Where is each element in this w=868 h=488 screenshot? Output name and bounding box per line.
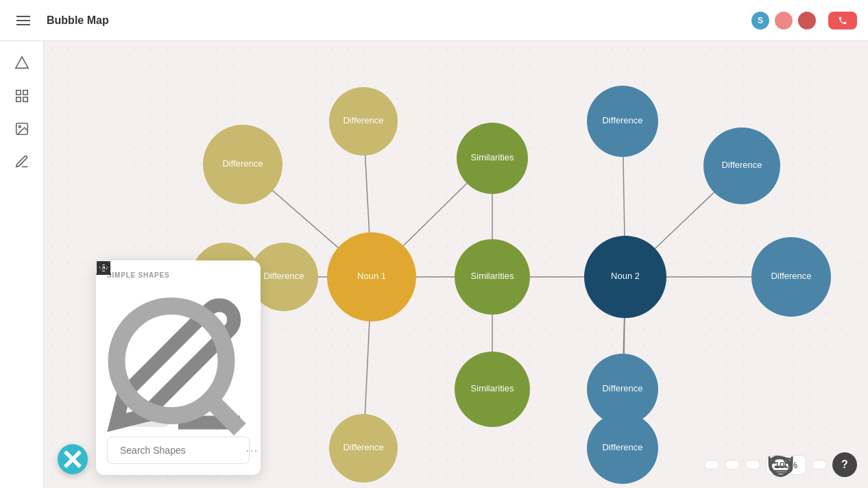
svg-line-76 — [210, 400, 241, 430]
svg-text:Difference: Difference — [343, 115, 383, 125]
keyboard-button[interactable] — [812, 460, 827, 469]
svg-rect-3 — [16, 97, 20, 101]
top-bar: Bubble Map S — [0, 0, 868, 41]
sidebar-image-icon[interactable] — [8, 115, 36, 143]
svg-text:Difference: Difference — [222, 158, 263, 169]
svg-text:Difference: Difference — [263, 271, 304, 281]
svg-rect-4 — [23, 97, 27, 101]
avatars-group: S — [750, 10, 817, 31]
sidebar-grid-icon[interactable] — [8, 82, 36, 110]
svg-text:Difference: Difference — [602, 115, 642, 125]
canvas-area[interactable]: DifferenceDifferenceSimilaritiesDifferen… — [44, 41, 868, 488]
svg-text:Similarities: Similarities — [471, 271, 514, 281]
avatar-2 — [773, 10, 794, 31]
svg-text:Difference: Difference — [602, 383, 642, 393]
svg-text:Difference: Difference — [721, 160, 762, 170]
avatar-s: S — [750, 10, 771, 31]
svg-point-6 — [19, 125, 21, 127]
svg-text:Difference: Difference — [602, 442, 642, 452]
search-row: ⋯ — [107, 437, 250, 464]
fab-button[interactable] — [58, 444, 88, 474]
svg-text:Similarities: Similarities — [471, 383, 514, 393]
app-title: Bubble Map — [47, 14, 739, 27]
svg-rect-1 — [16, 90, 20, 95]
svg-rect-79 — [770, 459, 791, 471]
main-layout: DifferenceDifferenceSimilaritiesDifferen… — [0, 41, 868, 488]
svg-text:Similarities: Similarities — [471, 152, 514, 162]
sidebar-shapes-icon[interactable] — [8, 49, 36, 77]
svg-point-75 — [117, 306, 226, 416]
svg-text:Noun  2: Noun 2 — [611, 271, 640, 281]
svg-rect-2 — [23, 90, 27, 95]
svg-text:Difference: Difference — [343, 442, 383, 452]
svg-text:Noun  1: Noun 1 — [357, 271, 386, 281]
sidebar-draw-icon[interactable] — [8, 148, 36, 175]
shapes-panel: Simple Shapes — [96, 260, 261, 475]
phone-button[interactable] — [828, 12, 857, 29]
menu-button[interactable] — [11, 8, 36, 34]
svg-text:Difference: Difference — [771, 271, 811, 281]
avatar-3 — [797, 10, 817, 31]
svg-marker-0 — [15, 57, 27, 69]
bottom-controls: 100% ? — [704, 452, 857, 477]
left-sidebar — [0, 41, 44, 488]
